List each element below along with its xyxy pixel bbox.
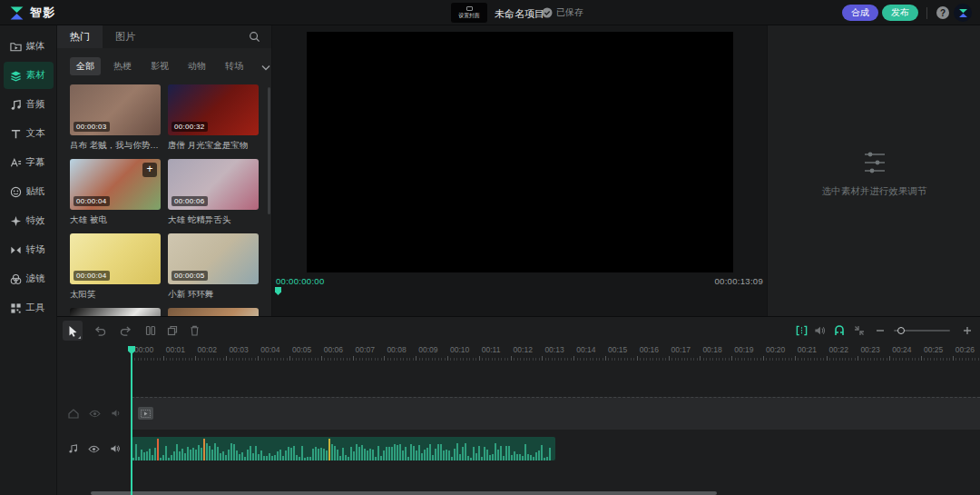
materials-grid: 00:00:03 吕布 老贼，我与你势不两立 00:00:32 唐僧 月光宝盒是… xyxy=(57,83,271,316)
chip-all[interactable]: 全部 xyxy=(70,57,101,75)
ruler-label: 00:16 xyxy=(640,345,659,354)
timeline-zoom-slider[interactable] xyxy=(894,330,950,332)
current-time: 00:00:00:00 xyxy=(276,276,325,286)
material-item[interactable] xyxy=(168,308,259,316)
transition-icon xyxy=(10,244,22,256)
material-thumbnail: 00:00:32 xyxy=(168,84,259,135)
zoom-slider-knob[interactable] xyxy=(897,327,905,334)
ruler-label: 00:25 xyxy=(924,345,943,354)
tools-grid-icon xyxy=(10,302,22,314)
filter-chips: 全部 热梗 影视 动物 转场 xyxy=(57,48,271,83)
timeline-panel: 00:0000:0100:0200:0300:0400:0500:0600:07… xyxy=(57,316,980,495)
sidebar-item-material[interactable]: 素材 xyxy=(4,62,54,89)
playhead[interactable] xyxy=(131,350,132,495)
video-track-lane[interactable] xyxy=(132,397,980,430)
set-cover-button[interactable]: 设置封面 xyxy=(451,3,487,23)
sidebar-item-media[interactable]: 媒体 xyxy=(4,33,54,60)
toggle-visibility-icon[interactable] xyxy=(89,410,101,418)
help-button[interactable]: ? xyxy=(936,6,949,19)
time-ruler[interactable]: 00:0000:0100:0200:0300:0400:0500:0600:07… xyxy=(57,344,980,362)
duration-badge: 00:00:03 xyxy=(74,122,110,132)
project-name[interactable]: 未命名项目 xyxy=(495,7,544,21)
layers-icon xyxy=(10,70,22,82)
chevron-down-icon[interactable] xyxy=(261,58,270,74)
audio-track-icon xyxy=(68,443,78,454)
material-item[interactable]: 00:00:05 小新 环环舞 xyxy=(168,233,259,301)
sidebar-item-tools[interactable]: 工具 xyxy=(4,294,54,322)
sidebar-item-subtitle[interactable]: 字幕 xyxy=(4,149,54,176)
chip-movies[interactable]: 影视 xyxy=(144,57,175,75)
total-time: 00:00:13:09 xyxy=(715,276,764,286)
material-item[interactable]: 00:00:04 + 大雄 被电 xyxy=(70,159,161,226)
audio-track xyxy=(57,437,980,460)
fit-timeline-button[interactable] xyxy=(849,321,869,341)
chip-animals[interactable]: 动物 xyxy=(181,57,212,75)
search-icon[interactable] xyxy=(249,30,260,46)
sidebar-item-filter[interactable]: 滤镜 xyxy=(4,265,54,292)
video-canvas[interactable] xyxy=(307,32,733,272)
timeline-scrollbar xyxy=(57,491,980,495)
sidebar-item-effects[interactable]: 特效 xyxy=(4,207,54,234)
left-sidebar: 媒体 素材 音频 文本 xyxy=(0,25,57,495)
material-thumbnail: 00:00:04 + xyxy=(70,159,161,210)
mute-track-button[interactable] xyxy=(809,321,829,341)
materials-panel: 热门 图片 全部 热梗 影视 动物 转场 00:00:03 xyxy=(57,25,272,316)
material-item[interactable] xyxy=(70,308,161,316)
ruler-label: 00:23 xyxy=(860,345,879,354)
ruler-label: 00:11 xyxy=(482,345,501,354)
chip-memes[interactable]: 热梗 xyxy=(107,57,138,75)
split-at-playhead-button[interactable] xyxy=(791,321,811,341)
duration-badge: 00:00:05 xyxy=(172,271,208,281)
materials-scrollbar[interactable] xyxy=(268,87,270,214)
tab-images[interactable]: 图片 xyxy=(103,25,148,48)
zoom-in-button[interactable] xyxy=(957,321,977,341)
compose-button[interactable]: 合成 xyxy=(842,5,878,21)
video-clip-icon[interactable] xyxy=(138,407,153,420)
sidebar-item-sticker[interactable]: 贴纸 xyxy=(4,178,54,205)
material-item[interactable]: 00:00:06 大雄 蛇精异舌头 xyxy=(168,159,259,226)
snap-magnet-button[interactable] xyxy=(829,321,849,341)
delete-button[interactable] xyxy=(184,321,204,341)
material-caption: 大雄 蛇精异舌头 xyxy=(168,214,259,226)
tab-hot[interactable]: 热门 xyxy=(57,25,103,48)
split-button[interactable] xyxy=(141,321,161,341)
material-item[interactable]: 00:00:32 唐僧 月光宝盒是宝物 xyxy=(168,84,259,152)
materials-tabs: 热门 图片 xyxy=(57,25,271,48)
timeline-toolbar xyxy=(57,317,980,344)
chip-transitions[interactable]: 转场 xyxy=(219,57,250,75)
material-item[interactable]: 00:00:03 吕布 老贼，我与你势不两立 xyxy=(70,84,161,152)
publish-button[interactable]: 发布 xyxy=(882,5,918,21)
audio-clip-waveform[interactable] xyxy=(132,437,555,460)
toggle-audio-icon[interactable] xyxy=(110,444,121,453)
ruler-label: 00:24 xyxy=(892,345,911,354)
ruler-label: 00:06 xyxy=(324,345,343,354)
undo-button[interactable] xyxy=(90,321,110,341)
divider xyxy=(926,7,927,19)
seek-handle[interactable] xyxy=(275,287,281,295)
sidebar-item-text[interactable]: 文本 xyxy=(4,120,54,147)
ruler-label: 00:13 xyxy=(544,345,564,354)
material-item[interactable]: 00:00:04 太阳笑 xyxy=(70,233,161,301)
select-tool-button[interactable] xyxy=(63,321,83,341)
material-caption: 唐僧 月光宝盒是宝物 xyxy=(168,140,259,152)
ruler-label: 00:21 xyxy=(798,345,817,354)
ruler-label: 00:01 xyxy=(166,345,185,354)
ruler-label: 00:10 xyxy=(450,345,469,354)
subtitle-icon xyxy=(10,157,22,169)
material-thumbnail: 00:00:05 xyxy=(168,233,259,284)
toggle-audio-icon[interactable] xyxy=(111,409,122,418)
material-caption: 太阳笑 xyxy=(70,289,161,301)
add-material-button[interactable]: + xyxy=(142,163,157,177)
media-folder-icon xyxy=(10,41,22,53)
copy-button[interactable] xyxy=(162,321,182,341)
app-window: 智影 设置封面 未命名项目 已保存 合成 发布 ? xyxy=(0,0,980,495)
toggle-visibility-icon[interactable] xyxy=(88,445,100,453)
redo-button[interactable] xyxy=(115,321,135,341)
ruler-label: 00:15 xyxy=(608,345,627,354)
material-caption: 大雄 被电 xyxy=(70,214,161,226)
sidebar-item-transition[interactable]: 转场 xyxy=(4,236,54,263)
timeline-scrollbar-thumb[interactable] xyxy=(91,491,717,495)
zoom-out-button[interactable] xyxy=(870,321,890,341)
sidebar-item-audio[interactable]: 音频 xyxy=(4,91,54,118)
user-avatar[interactable] xyxy=(954,4,972,22)
